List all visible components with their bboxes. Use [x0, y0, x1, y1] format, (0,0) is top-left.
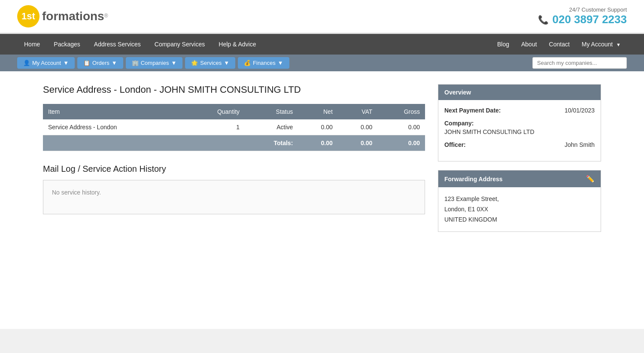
companies-dropdown-icon: ▼	[171, 60, 176, 66]
address-line2: London, E1 0XX	[444, 204, 595, 215]
nav-home[interactable]: Home	[17, 34, 47, 55]
next-payment-value: 10/01/2023	[565, 107, 595, 114]
companies-icon: 🏢	[132, 60, 139, 66]
my-account-dropdown-icon: ▼	[63, 60, 69, 66]
right-column: Overview Next Payment Date: 10/01/2023 C…	[438, 84, 601, 316]
main-nav: Home Packages Address Services Company S…	[0, 34, 644, 55]
logo-number: 1st	[21, 11, 35, 22]
cell-vat: 0.00	[338, 119, 377, 135]
finances-btn[interactable]: 💰 Finances ▼	[238, 57, 289, 69]
cell-net: 0.00	[298, 119, 337, 135]
totals-row: Totals: 0.00 0.00 0.00	[43, 135, 425, 151]
nav-right: Blog About Contact My Account ▼	[491, 34, 627, 55]
nav-blog[interactable]: Blog	[491, 34, 515, 55]
logo[interactable]: 1st formations®	[17, 5, 108, 27]
services-icon: 🌟	[191, 60, 198, 66]
totals-gross: 0.00	[377, 135, 425, 151]
address-line3: UNITED KINGDOM	[444, 215, 595, 225]
forwarding-address: 123 Example Street, London, E1 0XX UNITE…	[444, 194, 595, 225]
service-table: Item Quantity Status Net VAT Gross Servi…	[43, 104, 425, 151]
totals-vat: 0.00	[338, 135, 377, 151]
totals-net: 0.00	[298, 135, 337, 151]
overview-panel-body: Next Payment Date: 10/01/2023 Company: J…	[438, 100, 601, 161]
nav-packages[interactable]: Packages	[47, 34, 87, 55]
site-header: 1st formations® 24/7 Customer Support 📞 …	[0, 0, 644, 34]
nav-help-advice[interactable]: Help & Advice	[212, 34, 263, 55]
orders-dropdown-icon: ▼	[112, 60, 117, 66]
cell-quantity: 1	[186, 119, 245, 135]
mail-log-empty: No service history.	[52, 189, 101, 196]
address-line1: 123 Example Street,	[444, 194, 595, 204]
overview-panel: Overview Next Payment Date: 10/01/2023 C…	[438, 84, 601, 161]
forwarding-panel-body: 123 Example Street, London, E1 0XX UNITE…	[438, 187, 601, 231]
company-value: JOHN SMITH CONSULTING LTD	[444, 128, 595, 135]
logo-text: formations®	[42, 9, 108, 23]
logo-badge: 1st	[17, 5, 39, 27]
next-payment-label: Next Payment Date:	[444, 107, 501, 114]
page-title: Service Address - London - JOHN SMITH CO…	[43, 84, 425, 95]
col-quantity: Quantity	[186, 104, 245, 119]
table-row: Service Address - London 1 Active 0.00 0…	[43, 119, 425, 135]
support-phone: 📞 020 3897 2233	[538, 13, 627, 26]
services-btn[interactable]: 🌟 Services ▼	[185, 57, 235, 69]
col-gross: Gross	[377, 104, 425, 119]
services-dropdown-icon: ▼	[224, 60, 229, 66]
officer-value: John Smith	[565, 141, 595, 148]
sub-toolbar: 👤 My Account ▼ 📋 Orders ▼ 🏢 Companies ▼ …	[0, 55, 644, 71]
nav-about[interactable]: About	[515, 34, 543, 55]
company-label: Company:	[444, 120, 595, 127]
mail-log-title: Mail Log / Service Action History	[43, 164, 425, 174]
company-block: Company: JOHN SMITH CONSULTING LTD	[444, 120, 595, 135]
cell-item: Service Address - London	[43, 119, 186, 135]
my-account-btn[interactable]: 👤 My Account ▼	[17, 57, 75, 69]
support-info: 24/7 Customer Support 📞 020 3897 2233	[538, 6, 627, 26]
forwarding-panel-header: Forwarding Address ✏️	[438, 170, 601, 187]
overview-panel-header: Overview	[438, 85, 601, 100]
main-content: Service Address - London - JOHN SMITH CO…	[26, 71, 618, 329]
nav-contact[interactable]: Contact	[543, 34, 576, 55]
nav-address-services[interactable]: Address Services	[87, 34, 148, 55]
officer-row: Officer: John Smith	[444, 141, 595, 148]
col-item: Item	[43, 104, 186, 119]
companies-btn[interactable]: 🏢 Companies ▼	[126, 57, 183, 69]
cell-gross: 0.00	[377, 119, 425, 135]
col-vat: VAT	[338, 104, 377, 119]
orders-btn[interactable]: 📋 Orders ▼	[77, 57, 123, 69]
orders-icon: 📋	[83, 60, 90, 66]
support-label: 24/7 Customer Support	[538, 6, 627, 13]
phone-icon: 📞	[538, 15, 549, 25]
left-column: Service Address - London - JOHN SMITH CO…	[43, 84, 425, 316]
nav-company-services[interactable]: Company Services	[148, 34, 212, 55]
officer-label: Officer:	[444, 141, 466, 148]
finances-icon: 💰	[244, 60, 251, 66]
my-account-dropdown-arrow: ▼	[616, 42, 621, 47]
totals-label: Totals:	[245, 135, 298, 151]
next-payment-row: Next Payment Date: 10/01/2023	[444, 107, 595, 114]
cell-status: Active	[245, 119, 298, 135]
mail-log-box: No service history.	[43, 180, 425, 214]
my-account-icon: 👤	[23, 60, 30, 66]
edit-forwarding-icon[interactable]: ✏️	[586, 175, 595, 183]
nav-my-account[interactable]: My Account ▼	[576, 34, 627, 55]
totals-empty	[43, 135, 245, 151]
forwarding-panel: Forwarding Address ✏️ 123 Example Street…	[438, 170, 601, 232]
finances-dropdown-icon: ▼	[278, 60, 283, 66]
search-input[interactable]	[532, 57, 627, 69]
col-net: Net	[298, 104, 337, 119]
col-status: Status	[245, 104, 298, 119]
